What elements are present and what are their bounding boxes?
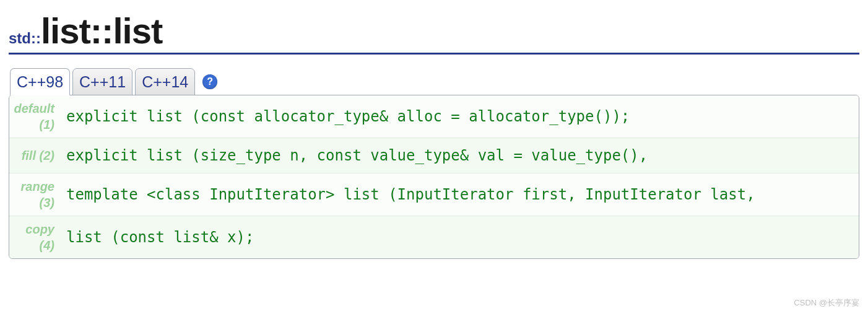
- table-row: copy (4) list (const list& x);: [9, 216, 859, 259]
- title-namespace: std: [9, 30, 31, 46]
- tab-cpp98[interactable]: C++98: [10, 68, 70, 95]
- title-sep2: ::: [90, 11, 113, 51]
- overload-code-default: explicit list (const allocator_type& all…: [60, 95, 859, 138]
- prototype-table: default (1) explicit list (const allocat…: [9, 95, 859, 258]
- overload-label-copy: copy (4): [9, 216, 60, 259]
- overload-code-fill: explicit list (size_type n, const value_…: [60, 138, 859, 173]
- overload-code-copy: list (const list& x);: [60, 216, 859, 259]
- tab-cpp14[interactable]: C++14: [135, 68, 195, 95]
- title-sep1: ::: [31, 30, 41, 46]
- table-row: range (3) template <class InputIterator>…: [9, 173, 859, 216]
- table-row: default (1) explicit list (const allocat…: [9, 95, 859, 138]
- overload-label-default: default (1): [9, 95, 60, 138]
- tab-cpp11[interactable]: C++11: [72, 68, 132, 95]
- prototype-box: default (1) explicit list (const allocat…: [9, 95, 859, 259]
- title-member: list: [113, 11, 162, 51]
- title-class: list: [41, 11, 90, 51]
- overload-label-range: range (3): [9, 173, 60, 216]
- help-icon[interactable]: ?: [202, 74, 217, 89]
- table-row: fill (2) explicit list (size_type n, con…: [9, 138, 859, 173]
- tabs-bar: C++98 C++11 C++14 ?: [9, 68, 859, 95]
- overload-label-fill: fill (2): [9, 138, 60, 173]
- overload-code-range: template <class InputIterator> list (Inp…: [60, 173, 859, 216]
- content: C++98 C++11 C++14 ? default (1) explicit…: [9, 68, 859, 259]
- page-title: std::list::list: [9, 10, 859, 55]
